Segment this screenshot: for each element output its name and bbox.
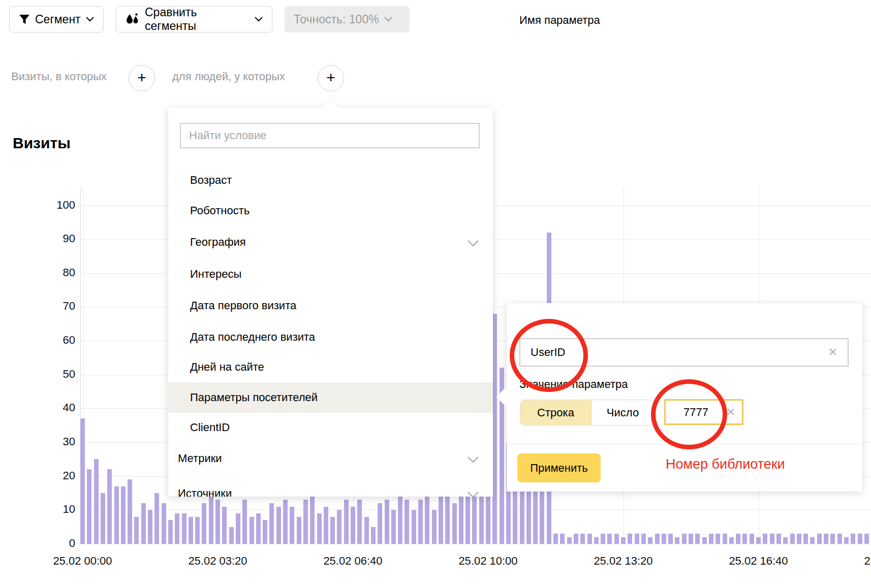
param-name-input[interactable]: UserID ✕ [519,338,849,367]
panel-divider [507,444,862,444]
chart-bar [533,489,538,544]
chart-bar [567,537,572,544]
chart-bar [851,534,855,544]
condition-item-label: ClientID [190,421,230,434]
condition-item-label: Параметры посетителей [190,391,318,404]
apply-button[interactable]: Применить [517,453,601,482]
annotation-note: Номер библиотеки [666,456,785,472]
chart-bar [337,510,341,544]
condition-item-label: Интересы [190,268,241,281]
chart-bar [837,534,842,544]
y-axis-tick-label: 70 [40,300,75,313]
y-axis-tick-label: 100 [40,199,75,212]
x-axis-tick-label: 25.02 06:40 [310,554,396,568]
param-value-input[interactable]: 7777 ✕ [664,399,743,425]
chart-bar [391,510,396,544]
condition-search[interactable] [180,123,480,148]
chart-bar [412,510,416,544]
chart-bar [648,537,652,544]
chart-bar [526,483,531,544]
chart-bar [107,469,112,544]
chart-bar [229,527,234,544]
chart-bar [709,534,713,544]
chart-bar [121,486,126,544]
chart-bar [716,534,720,544]
condition-item-1[interactable]: Роботность [168,195,493,226]
chart-bar [601,534,605,544]
condition-item-8[interactable]: ClientID [168,412,493,443]
chart-bar [310,489,315,544]
chart-bar [662,534,666,544]
chart-bar [756,537,761,544]
chart-bar [371,527,376,544]
condition-item-label: Источники [178,487,232,497]
chart-bar [776,534,781,544]
chart-bar [492,314,497,544]
chart-bar [269,503,274,544]
y-axis-tick-label: 80 [40,266,75,279]
chart-bar [297,517,301,544]
chart-bar [682,534,687,544]
chart-bar [324,507,328,544]
chart-bar [790,534,795,544]
gridline-y [80,544,871,544]
clear-name-icon[interactable]: ✕ [828,346,837,359]
chart-bar [587,534,592,544]
toggle-number-option[interactable]: Число [592,400,654,425]
toggle-string-option[interactable]: Строка [520,400,592,425]
chart-bar [182,513,186,544]
condition-item-4[interactable]: Дата первого визита [168,290,493,321]
condition-item-6[interactable]: Дней на сайте [168,352,493,382]
x-axis-tick-label: 25.02 00:00 [40,554,126,568]
chart-bar [398,493,402,544]
y-axis-tick-label: 40 [40,401,75,414]
condition-item-7[interactable]: Параметры посетителей [168,382,493,413]
chart-bar [459,493,463,544]
chart-bar [242,500,247,544]
chart-bar [330,517,335,544]
condition-item-label: Роботность [190,204,250,217]
chart-bar [817,534,822,544]
chart-bar [797,534,801,544]
chart-bar [675,537,679,544]
chart-bar [195,517,200,544]
condition-item-label: Метрики [178,452,222,465]
chart-bar [810,537,815,544]
chart-bar [635,534,639,544]
chart-bar [621,537,626,544]
chart-bar [628,534,632,544]
condition-item-3[interactable]: Интересы [168,259,493,289]
chart-bar [283,500,288,544]
chart-bar [770,534,774,544]
chart-bar [668,534,673,544]
y-axis-tick-label: 90 [40,232,75,245]
chart-bar [276,507,281,544]
chart-bar [655,534,660,544]
chart-bar [452,503,457,544]
chart-bar [128,479,132,544]
chart-bar [148,510,152,544]
chart-bar [864,534,869,544]
param-name-label: Имя параметра [519,14,600,27]
chart-bar [641,534,646,544]
value-type-toggle: Строка Число [520,400,655,426]
condition-item-9[interactable]: Метрики [168,443,493,474]
chart-bar [263,520,267,544]
chart-bar [215,500,220,544]
condition-search-input[interactable] [181,124,479,147]
condition-item-label: География [190,236,246,249]
chart-bar [405,500,409,544]
chart-bar [256,513,261,544]
condition-item-2[interactable]: География [168,227,493,257]
clear-value-icon[interactable]: ✕ [726,406,735,419]
chart-bar [689,534,693,544]
y-axis-tick-label: 30 [40,435,75,448]
chart-bar [594,537,599,544]
chart-bar [222,507,227,544]
chart-bar [364,517,369,544]
condition-item-10[interactable]: Источники [168,478,493,497]
condition-item-0[interactable]: Возраст [168,165,493,195]
chart-bar [236,513,240,544]
condition-item-5[interactable]: Дата последнего визита [168,322,493,352]
chart-bar [175,513,179,544]
